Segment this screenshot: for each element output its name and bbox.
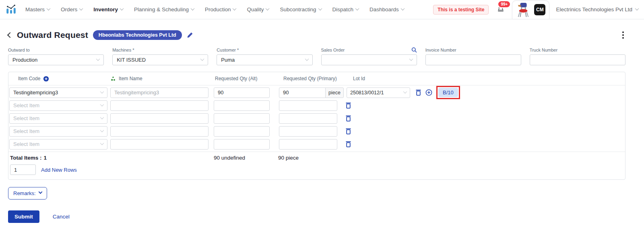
field-truck-number: Truck Number — [530, 47, 625, 65]
app-logo-icon[interactable] — [6, 4, 17, 15]
search-icon[interactable] — [411, 47, 417, 53]
machines-select[interactable]: KIT ISSUED — [112, 54, 208, 65]
company-badge: Hbeonlabs Technologies Pvt Ltd — [93, 30, 182, 40]
chevron-down-icon — [100, 115, 104, 119]
total-items-label: Total Items : — [10, 155, 42, 161]
item-name-input[interactable] — [110, 126, 208, 137]
invoice-number-label: Invoice Number — [425, 48, 456, 52]
cancel-button[interactable]: Cancel — [53, 214, 70, 220]
items-table-header: Item Code Item Name — [8, 72, 625, 85]
customer-select[interactable]: Puma — [217, 54, 312, 65]
item-name-input[interactable] — [110, 113, 208, 124]
nav-item-quality[interactable]: Quality — [247, 6, 269, 12]
avatar[interactable]: CM — [534, 4, 545, 15]
outward-to-label: Outward to — [8, 48, 30, 52]
nav-item-inventory[interactable]: Inventory — [93, 6, 123, 12]
delete-row-icon[interactable] — [415, 89, 421, 96]
company-switcher[interactable]: Electrinics Technologies Pvt Ltd — [556, 6, 638, 12]
item-name-input[interactable] — [110, 100, 208, 111]
lot-id-select[interactable]: 250813/0012/1 — [347, 87, 410, 98]
chevron-down-icon — [233, 6, 237, 10]
field-outward-to: Outward to Production — [8, 47, 104, 65]
chevron-down-icon — [100, 89, 104, 94]
item-name-header: Item Name — [119, 76, 142, 81]
qty-primary-input[interactable] — [279, 113, 337, 124]
submit-button[interactable]: Submit — [8, 210, 39, 223]
chevron-down-icon — [266, 6, 270, 10]
item-code-select[interactable]: Select Item — [9, 113, 107, 124]
item-code-select[interactable]: Select Item — [9, 139, 107, 150]
item-name-input[interactable] — [110, 139, 208, 150]
outward-to-select[interactable]: Production — [8, 54, 104, 65]
delete-row-icon[interactable] — [345, 141, 351, 148]
item-code-select[interactable]: Select Item — [9, 100, 107, 111]
chevron-down-icon — [355, 6, 359, 10]
chevron-down-icon — [100, 128, 104, 132]
request-form: Outward to Production Machines * KIT ISS… — [8, 47, 625, 65]
chevron-down-icon — [635, 6, 639, 10]
add-column-plus-icon[interactable] — [43, 76, 49, 82]
item-row-2: Select Item — [8, 100, 625, 111]
item-row-1: Testingitempricing3 piece 250813/0012/1 — [8, 87, 625, 98]
nav-item-production[interactable]: Production — [205, 6, 236, 12]
nav-item-dashboards[interactable]: Dashboards — [369, 6, 404, 12]
more-options-menu[interactable] — [621, 30, 625, 40]
chevron-down-icon — [120, 6, 124, 10]
account-card[interactable]: CM — [512, 0, 549, 19]
chevron-down-icon — [100, 102, 104, 106]
qty-alt-input[interactable] — [214, 87, 270, 98]
add-rows-count-input[interactable] — [10, 164, 36, 175]
customer-label: Customer * — [217, 48, 239, 52]
add-rows-control: Add New Rows — [8, 164, 625, 179]
remarks-toggle-button[interactable]: Remarks: — [8, 187, 47, 200]
add-lot-plus-icon[interactable] — [425, 89, 432, 96]
invoice-number-input[interactable] — [425, 54, 521, 65]
qty-alt-header: Requested Qty (Alt) — [215, 76, 257, 81]
nav-item-dispatch[interactable]: Dispatch — [332, 6, 359, 12]
qty-alt-input[interactable] — [214, 113, 270, 124]
truck-number-input[interactable] — [530, 54, 625, 65]
chevron-down-icon — [400, 6, 405, 10]
nav-item-masters[interactable]: Masters — [25, 6, 50, 12]
delete-row-icon[interactable] — [345, 102, 351, 109]
nav-item-planning-scheduling[interactable]: Planning & Scheduling — [134, 6, 194, 12]
item-name-input[interactable] — [110, 87, 208, 98]
unit-label: piece — [325, 87, 344, 98]
edit-icon[interactable] — [187, 32, 193, 38]
qty-primary-input[interactable] — [279, 126, 337, 137]
form-actions: Submit Cancel — [8, 210, 625, 223]
page-header: Outward Request Hbeonlabs Technologies P… — [8, 30, 625, 40]
add-new-rows-link[interactable]: Add New Rows — [41, 167, 77, 173]
item-code-header: Item Code — [18, 76, 40, 81]
field-machines: Machines * KIT ISSUED — [112, 47, 208, 65]
item-code-select[interactable]: Select Item — [9, 126, 107, 137]
chevron-down-icon — [100, 141, 104, 145]
back-button[interactable] — [7, 32, 13, 38]
company-name: Electrinics Technologies Pvt Ltd — [556, 6, 632, 12]
totals-row: Total Items : 1 90 undefined 90 piece — [8, 152, 625, 164]
qty-alt-total: 90 undefined — [214, 155, 245, 161]
qty-alt-input[interactable] — [214, 100, 270, 111]
qty-alt-input[interactable] — [214, 126, 270, 137]
delete-row-icon[interactable] — [345, 128, 351, 135]
sales-order-select[interactable] — [321, 54, 417, 65]
nav-item-orders[interactable]: Orders — [61, 6, 83, 12]
qty-primary-input[interactable] — [279, 100, 337, 111]
notification-count-badge: 99+ — [497, 0, 511, 8]
bom-tree-icon[interactable] — [110, 76, 116, 81]
total-items-count: 1 — [44, 155, 47, 161]
notifications-button[interactable]: 99+ — [497, 4, 505, 15]
qty-primary-input[interactable] — [279, 139, 337, 150]
chair-image — [516, 2, 530, 17]
chevron-down-icon — [190, 6, 194, 10]
chevron-down-icon — [305, 57, 309, 61]
batch-chip[interactable]: B/10 — [438, 88, 458, 97]
highlight-red-box: B/10 — [436, 86, 460, 99]
nav-item-subcontracting[interactable]: Subcontracting — [280, 6, 321, 12]
qty-alt-input[interactable] — [214, 139, 270, 150]
field-invoice-number: Invoice Number — [425, 47, 521, 65]
item-code-select[interactable]: Testingitempricing3 — [9, 87, 107, 98]
items-table: Item Code Item Name — [8, 72, 625, 180]
qty-primary-input[interactable] — [279, 87, 326, 98]
delete-row-icon[interactable] — [345, 115, 351, 122]
